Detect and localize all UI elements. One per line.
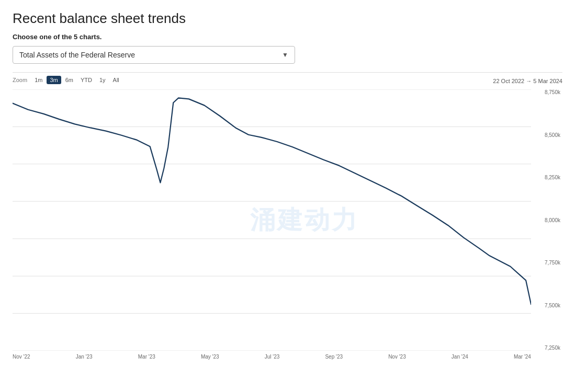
- date-end: 5 Mar 2024: [533, 78, 562, 84]
- x-label-jan24: Jan '24: [452, 354, 468, 360]
- y-label-8250: 8,250k: [545, 175, 560, 180]
- y-label-8000: 8,000k: [545, 217, 560, 223]
- zoom-1y-button[interactable]: 1y: [96, 76, 109, 84]
- page-title: Recent balance sheet trends: [13, 10, 562, 27]
- x-label-mar24: Mar '24: [514, 354, 531, 360]
- zoom-1m-button[interactable]: 1m: [31, 76, 46, 84]
- chevron-down-icon: ▼: [282, 51, 288, 59]
- y-label-8750: 8,750k: [545, 89, 560, 95]
- x-axis: Nov '22 Jan '23 Mar '23 May '23 Jul '23 …: [13, 351, 531, 372]
- zoom-all-button[interactable]: All: [110, 76, 122, 84]
- x-label-sep23: Sep '23: [325, 354, 343, 360]
- zoom-ytd-button[interactable]: YTD: [77, 76, 95, 84]
- y-label-7250: 7,250k: [545, 345, 560, 351]
- date-range: 22 Oct 2022 → 5 Mar 2024: [493, 78, 562, 84]
- chart-area: 涌建动力: [13, 89, 531, 351]
- chart-selector-dropdown[interactable]: Total Assets of the Federal Reserve ▼: [13, 46, 295, 64]
- zoom-label: Zoom: [13, 77, 27, 83]
- x-label-nov23: Nov '23: [388, 354, 406, 360]
- y-label-8500: 8,500k: [545, 132, 560, 138]
- x-label-may23: May '23: [201, 354, 219, 360]
- chart-container: 涌建动力 8,750k 8,500k 8,250k 8,000k 7,750k …: [13, 89, 562, 372]
- line-chart: [13, 89, 531, 351]
- x-label-jul23: Jul '23: [265, 354, 280, 360]
- subtitle: Choose one of the 5 charts.: [13, 33, 562, 41]
- x-label-nov22: Nov '22: [13, 354, 30, 360]
- dropdown-selected-value: Total Assets of the Federal Reserve: [19, 51, 135, 59]
- y-label-7750: 7,750k: [545, 260, 560, 266]
- x-label-mar23: Mar '23: [138, 354, 155, 360]
- date-start: 22 Oct 2022: [493, 78, 524, 84]
- zoom-6m-button[interactable]: 6m: [62, 76, 76, 84]
- zoom-3m-button[interactable]: 3m: [47, 76, 61, 84]
- y-axis: 8,750k 8,500k 8,250k 8,000k 7,750k 7,500…: [531, 89, 562, 351]
- zoom-controls: Zoom 1m 3m 6m YTD 1y All: [13, 76, 122, 84]
- y-label-7500: 7,500k: [545, 303, 560, 308]
- date-arrow: →: [526, 78, 533, 84]
- x-label-jan23: Jan '23: [76, 354, 93, 360]
